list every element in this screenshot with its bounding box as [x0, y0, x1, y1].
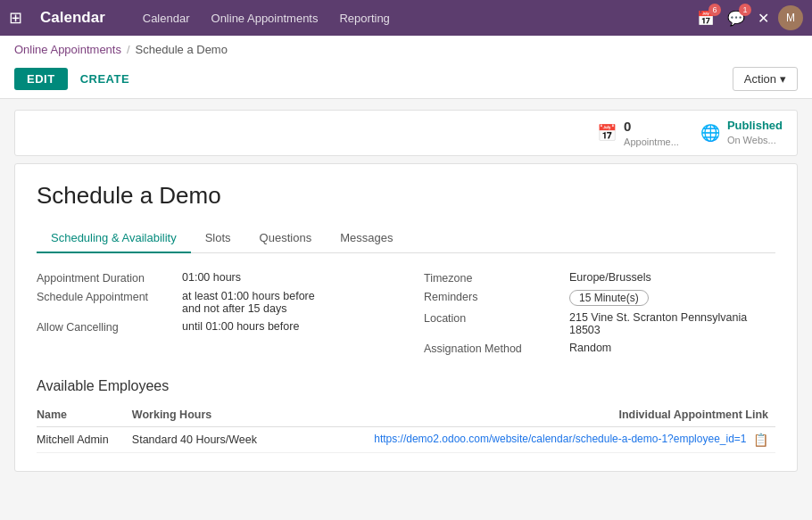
user-avatar[interactable]: M — [778, 5, 803, 30]
employee-link-cell: https://demo2.odoo.com/website/calendar/… — [292, 426, 775, 452]
tabs: Scheduling & Availability Slots Question… — [37, 224, 775, 253]
stats-bar: 📅 0 Appointme... 🌐 Published On Webs... — [14, 110, 798, 156]
timezone-value: Europe/Brussels — [569, 271, 651, 284]
table-row: Mitchell Admin Standard 40 Hours/Week ht… — [37, 426, 775, 452]
reminders-value: 15 Minute(s) — [569, 290, 649, 306]
assignation-method-row: Assignation Method Random — [424, 342, 775, 355]
allow-cancelling-value: until 01:00 hours before — [182, 320, 299, 333]
employee-working-hours: Standard 40 Hours/Week — [132, 426, 292, 452]
breadcrumb-current: Schedule a Demo — [136, 43, 228, 56]
chevron-down-icon: ▾ — [780, 72, 786, 86]
employees-table-header: Name Working Hours Individual Appointmen… — [37, 405, 775, 427]
topnav-right: 📅 6 💬 1 ✕ M — [693, 5, 803, 30]
message-badge: 1 — [739, 4, 751, 16]
globe-icon: 🌐 — [700, 123, 720, 143]
appointments-label: Appointme... — [624, 136, 679, 148]
schedule-appointment-value: at least 01:00 hours before — [182, 290, 315, 302]
breadcrumb: Online Appointments / Schedule a Demo — [14, 43, 798, 56]
copy-icon[interactable]: 📋 — [753, 433, 768, 447]
appointment-duration-row: Appointment Duration 01:00 hours — [37, 271, 388, 285]
toolbar: EDIT CREATE Action ▾ — [14, 62, 798, 98]
grid-icon[interactable]: ⊞ — [9, 8, 22, 28]
timezone-row: Timezone Europe/Brussels — [424, 271, 775, 285]
nav-link-online-appointments[interactable]: Online Appointments — [203, 6, 327, 30]
calendar-stat-icon: 📅 — [597, 123, 617, 143]
appointment-duration-value: 01:00 hours — [182, 271, 241, 284]
appointments-stat[interactable]: 📅 0 Appointme... — [597, 118, 679, 148]
top-navigation: ⊞ Calendar Calendar Online Appointments … — [0, 0, 812, 36]
action-label: Action — [744, 72, 776, 86]
reminders-row: Reminders 15 Minute(s) — [424, 290, 775, 306]
reminders-label: Reminders — [424, 290, 562, 303]
schedule-appointment-label: Schedule Appointment — [37, 290, 175, 303]
schedule-appointment-sub: and not after 15 days — [182, 302, 315, 315]
main-content: Schedule a Demo Scheduling & Availabilit… — [14, 163, 798, 472]
published-sub: On Webs... — [727, 134, 783, 146]
appointment-duration-label: Appointment Duration — [37, 271, 175, 285]
breadcrumb-separator: / — [127, 43, 130, 56]
employees-section-title: Available Employees — [37, 378, 775, 394]
allow-cancelling-row: Allow Cancelling until 01:00 hours befor… — [37, 320, 388, 334]
breadcrumb-bar: Online Appointments / Schedule a Demo ED… — [0, 36, 812, 99]
col-name: Name — [37, 405, 132, 427]
appointments-count: 0 — [624, 118, 679, 136]
col-working-hours: Working Hours — [132, 405, 292, 427]
published-stat[interactable]: 🌐 Published On Webs... — [700, 119, 783, 146]
left-fields: Appointment Duration 01:00 hours Schedul… — [37, 271, 388, 360]
assignation-method-value: Random — [569, 342, 611, 354]
employees-section: Available Employees Name Working Hours I… — [37, 378, 775, 453]
create-button[interactable]: CREATE — [68, 68, 142, 90]
schedule-appointment-row: Schedule Appointment at least 01:00 hour… — [37, 290, 388, 315]
nav-links: Calendar Online Appointments Reporting — [134, 6, 679, 30]
app-name: Calendar — [40, 9, 105, 27]
nav-link-reporting[interactable]: Reporting — [330, 6, 398, 30]
allow-cancelling-label: Allow Cancelling — [37, 320, 175, 334]
action-button[interactable]: Action ▾ — [733, 67, 798, 91]
calendar-badge: 6 — [708, 4, 721, 16]
timezone-label: Timezone — [424, 271, 562, 285]
right-fields: Timezone Europe/Brussels Reminders 15 Mi… — [424, 271, 775, 360]
breadcrumb-parent[interactable]: Online Appointments — [14, 43, 121, 56]
tab-messages[interactable]: Messages — [326, 224, 407, 253]
col-link: Individual Appointment Link — [292, 405, 775, 427]
message-icon-btn[interactable]: 💬 1 — [724, 6, 749, 30]
location-label: Location — [424, 311, 562, 325]
edit-button[interactable]: EDIT — [14, 68, 68, 90]
employee-link[interactable]: https://demo2.odoo.com/website/calendar/… — [374, 433, 746, 445]
assignation-method-label: Assignation Method — [424, 342, 562, 355]
page-title: Schedule a Demo — [37, 182, 775, 210]
close-icon-btn[interactable]: ✕ — [754, 6, 773, 30]
published-label: Published — [727, 119, 783, 134]
calendar-icon-btn[interactable]: 📅 6 — [693, 6, 718, 30]
location-value: 215 Vine St. Scranton Pennsylvania 18503 — [569, 311, 775, 336]
location-row: Location 215 Vine St. Scranton Pennsylva… — [424, 311, 775, 336]
employees-table: Name Working Hours Individual Appointmen… — [37, 405, 775, 453]
tab-scheduling[interactable]: Scheduling & Availability — [37, 224, 191, 253]
nav-link-calendar[interactable]: Calendar — [134, 6, 199, 30]
form-grid: Appointment Duration 01:00 hours Schedul… — [37, 271, 775, 360]
tab-slots[interactable]: Slots — [191, 224, 245, 253]
employee-name: Mitchell Admin — [37, 426, 132, 452]
tab-questions[interactable]: Questions — [245, 224, 327, 253]
